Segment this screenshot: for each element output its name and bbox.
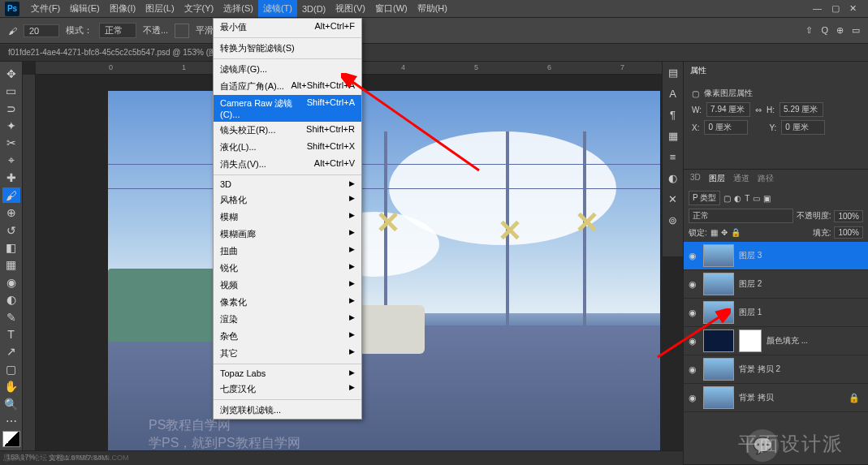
layer-row[interactable]: ◉ 颜色填充 ... bbox=[684, 327, 868, 355]
visibility-toggle[interactable]: ◉ bbox=[687, 393, 698, 403]
blend-mode-select[interactable]: 正常 bbox=[99, 23, 136, 38]
filter-menu-item[interactable]: 消失点(V)...Alt+Ctrl+V bbox=[214, 156, 361, 173]
filter-menu-item[interactable]: 浏览联机滤镜... bbox=[214, 402, 361, 419]
tab-channels[interactable]: 通道 bbox=[733, 173, 749, 184]
filter-menu-item[interactable]: 模糊▶ bbox=[214, 209, 361, 226]
filter-menu-item[interactable]: 锐化▶ bbox=[214, 260, 361, 277]
share-icon[interactable]: ⇧ bbox=[805, 25, 813, 36]
filter-menu-item[interactable]: 3D▶ bbox=[214, 177, 361, 192]
properties-tab[interactable]: 属性 bbox=[690, 65, 706, 76]
document-tab-1[interactable]: f01fde21-4ae4-4271-bfc8-45c5c2c5b547.psd… bbox=[0, 45, 242, 61]
align-panel-icon[interactable]: ≡ bbox=[666, 149, 680, 164]
layer-mask-thumbnail[interactable] bbox=[739, 329, 762, 352]
visibility-toggle[interactable]: ◉ bbox=[687, 364, 698, 375]
search-icon[interactable]: Q bbox=[821, 25, 828, 36]
layer-name[interactable]: 背景 拷贝 2 bbox=[739, 364, 780, 375]
cc-panel-icon[interactable]: ⊚ bbox=[666, 213, 680, 227]
layer-name[interactable]: 图层 1 bbox=[739, 307, 762, 318]
filter-adjust-icon[interactable]: ◐ bbox=[734, 194, 741, 203]
shape-tool[interactable]: ▢ bbox=[2, 361, 20, 377]
visibility-toggle[interactable]: ◉ bbox=[687, 308, 698, 318]
filter-menu-item[interactable]: 液化(L)...Shift+Ctrl+X bbox=[214, 139, 361, 156]
edit-toolbar[interactable]: ⋯ bbox=[2, 413, 20, 428]
layer-filter-type[interactable]: P 类型 bbox=[689, 191, 720, 205]
tab-layers[interactable]: 图层 bbox=[709, 173, 725, 184]
tab-paths[interactable]: 路径 bbox=[758, 173, 774, 184]
lasso-tool[interactable]: ⊃ bbox=[2, 101, 20, 116]
lock-position-icon[interactable]: ✥ bbox=[721, 228, 728, 237]
type-tool[interactable]: T bbox=[2, 326, 20, 342]
tab-3d[interactable]: 3D bbox=[690, 173, 701, 184]
move-tool[interactable]: ✥ bbox=[2, 66, 20, 81]
filter-menu-item[interactable]: 自适应广角(A)...Alt+Shift+Ctrl+A bbox=[214, 78, 361, 95]
visibility-toggle[interactable]: ◉ bbox=[687, 336, 698, 347]
layer-thumbnail[interactable] bbox=[703, 386, 734, 409]
filter-menu-item[interactable]: 视频▶ bbox=[214, 277, 361, 294]
layer-thumbnail[interactable] bbox=[703, 301, 734, 324]
filter-menu-item[interactable]: Topaz Labs▶ bbox=[214, 366, 361, 381]
dodge-tool[interactable]: ◐ bbox=[2, 291, 20, 307]
filter-menu-item[interactable]: 七度汉化▶ bbox=[214, 381, 361, 398]
filter-smart-icon[interactable]: ▣ bbox=[763, 194, 771, 203]
para-panel-icon[interactable]: ¶ bbox=[666, 107, 680, 122]
height-input[interactable]: 5.29 厘米 bbox=[779, 102, 823, 117]
maximize-icon[interactable]: ▢ bbox=[831, 3, 840, 14]
lock-all-icon[interactable]: 🔒 bbox=[731, 228, 741, 237]
canvas[interactable]: PS教程自学网 学PS，就到PS教程自学网 WWW.16XX8.COM bbox=[108, 91, 660, 465]
filter-menu-item[interactable]: 杂色▶ bbox=[214, 328, 361, 345]
path-tool[interactable]: ↗ bbox=[2, 344, 20, 360]
filter-menu-item[interactable]: 滤镜库(G)... bbox=[214, 61, 361, 78]
x-input[interactable]: 0 厘米 bbox=[704, 120, 748, 135]
layer-row[interactable]: ◉ 图层 3 bbox=[684, 242, 868, 270]
opacity-value[interactable]: 100% bbox=[834, 210, 863, 222]
pin-icon[interactable]: ⊕ bbox=[836, 25, 844, 36]
eyedropper-tool[interactable]: ⌖ bbox=[2, 153, 20, 168]
wand-tool[interactable]: ✦ bbox=[2, 118, 20, 133]
brush-tool[interactable]: 🖌 bbox=[2, 187, 20, 203]
filter-menu-item[interactable]: 转换为智能滤镜(S) bbox=[214, 40, 361, 57]
fill-value[interactable]: 100% bbox=[834, 226, 863, 239]
filter-type-icon[interactable]: T bbox=[745, 194, 749, 203]
menu-view[interactable]: 视图(V) bbox=[330, 0, 370, 17]
layer-thumbnail[interactable] bbox=[703, 358, 734, 381]
layer-row[interactable]: ◉ 背景 拷贝 2 bbox=[684, 355, 868, 384]
pen-tool[interactable]: ✎ bbox=[2, 309, 20, 325]
link-icon[interactable]: ⇔ bbox=[755, 105, 762, 114]
layer-thumbnail[interactable] bbox=[703, 244, 734, 267]
layer-thumbnail[interactable] bbox=[703, 273, 734, 295]
adjust-panel-icon[interactable]: ◐ bbox=[666, 170, 680, 185]
filter-menu-item[interactable]: 模糊画廊▶ bbox=[214, 226, 361, 243]
zoom-tool[interactable]: 🔍 bbox=[2, 396, 20, 411]
layer-name[interactable]: 图层 3 bbox=[739, 250, 762, 261]
filter-image-icon[interactable]: ▢ bbox=[723, 194, 731, 203]
crop-tool[interactable]: ✂ bbox=[2, 136, 20, 151]
menu-help[interactable]: 帮助(H) bbox=[412, 0, 452, 17]
layer-name[interactable]: 颜色填充 ... bbox=[767, 335, 808, 347]
blend-mode[interactable]: 正常 bbox=[689, 209, 793, 223]
y-input[interactable]: 0 厘米 bbox=[781, 120, 825, 135]
filter-menu-item[interactable]: 其它▶ bbox=[214, 345, 361, 362]
history-brush-tool[interactable]: ↺ bbox=[2, 222, 20, 238]
filter-menu-item[interactable]: 风格化▶ bbox=[214, 192, 361, 209]
hand-tool[interactable]: ✋ bbox=[2, 379, 20, 394]
gradient-tool[interactable]: ▦ bbox=[2, 257, 20, 273]
brush-size[interactable]: 20 bbox=[24, 24, 59, 37]
width-input[interactable]: 7.94 厘米 bbox=[706, 102, 750, 117]
opacity-pressure-icon[interactable] bbox=[175, 24, 189, 38]
layer-name[interactable]: 图层 2 bbox=[739, 278, 762, 290]
menu-3d[interactable]: 3D(D) bbox=[297, 2, 330, 16]
lock-pixels-icon[interactable]: ▦ bbox=[710, 228, 718, 237]
marquee-tool[interactable]: ▭ bbox=[2, 83, 20, 98]
menu-layer[interactable]: 图层(L) bbox=[140, 0, 179, 17]
menu-window[interactable]: 窗口(W) bbox=[370, 0, 412, 17]
layer-row[interactable]: ◉ 背景 拷贝 🔒 bbox=[684, 384, 868, 412]
layer-row[interactable]: ◉ 图层 2 bbox=[684, 270, 868, 299]
menu-image[interactable]: 图像(I) bbox=[105, 0, 140, 17]
stamp-tool[interactable]: ⊕ bbox=[2, 205, 20, 220]
minimize-icon[interactable]: — bbox=[813, 3, 822, 14]
filter-shape-icon[interactable]: ▭ bbox=[753, 194, 760, 203]
filter-menu-item[interactable]: 像素化▶ bbox=[214, 294, 361, 311]
menu-edit[interactable]: 编辑(E) bbox=[65, 0, 105, 17]
filter-menu-item[interactable]: 镜头校正(R)...Shift+Ctrl+R bbox=[214, 122, 361, 139]
layer-thumbnail[interactable] bbox=[703, 329, 734, 352]
